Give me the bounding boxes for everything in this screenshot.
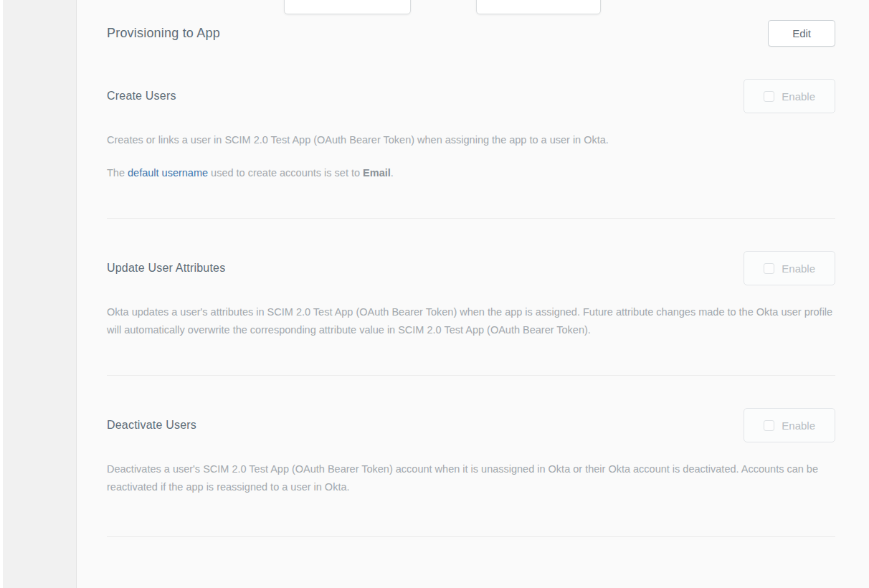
section-divider [107,375,835,376]
enable-button-update-user-attributes[interactable]: Enable [744,251,835,285]
sidebar [3,0,77,588]
section-title-deactivate-users: Deactivate Users [107,419,196,432]
section-description: Okta updates a user's attributes in SCIM… [107,303,835,339]
section-update-user-attributes: Update User Attributes Enable Okta updat… [107,251,835,376]
default-username-link[interactable]: default username [128,167,208,179]
provisioning-header: Provisioning to App Edit [107,20,835,47]
section-title-update-user-attributes: Update User Attributes [107,262,225,275]
enable-button-create-users[interactable]: Enable [744,79,835,113]
main-content: Provisioning to App Edit Create Users En… [77,0,869,588]
section-divider [107,536,835,537]
section-title-create-users: Create Users [107,90,176,103]
section-header: Create Users Enable [107,79,835,113]
partial-input-field-left[interactable] [284,0,411,14]
enable-checkbox-icon[interactable] [764,420,774,431]
note-bold-value: Email [363,167,391,179]
enable-button-label: Enable [782,90,815,103]
section-create-users: Create Users Enable Creates or links a u… [107,79,835,219]
section-header: Deactivate Users Enable [107,408,835,442]
default-username-note: The default username used to create acco… [107,164,835,182]
app-window: Provisioning to App Edit Create Users En… [0,0,869,588]
enable-checkbox-icon[interactable] [764,263,774,274]
page-title: Provisioning to App [107,26,220,41]
section-description: Deactivates a user's SCIM 2.0 Test App (… [107,460,835,496]
section-header: Update User Attributes Enable [107,251,835,285]
enable-button-deactivate-users[interactable]: Enable [744,408,835,442]
enable-button-label: Enable [782,419,815,432]
partial-input-field-right[interactable] [476,0,601,14]
enable-button-label: Enable [782,262,815,275]
section-description: Creates or links a user in SCIM 2.0 Test… [107,131,835,149]
section-divider [107,218,835,219]
note-middle: used to create accounts is set to [208,167,363,179]
section-deactivate-users: Deactivate Users Enable Deactivates a us… [107,408,835,537]
note-suffix: . [391,167,394,179]
note-prefix: The [107,167,128,179]
edit-button[interactable]: Edit [768,20,835,47]
enable-checkbox-icon[interactable] [764,91,774,102]
